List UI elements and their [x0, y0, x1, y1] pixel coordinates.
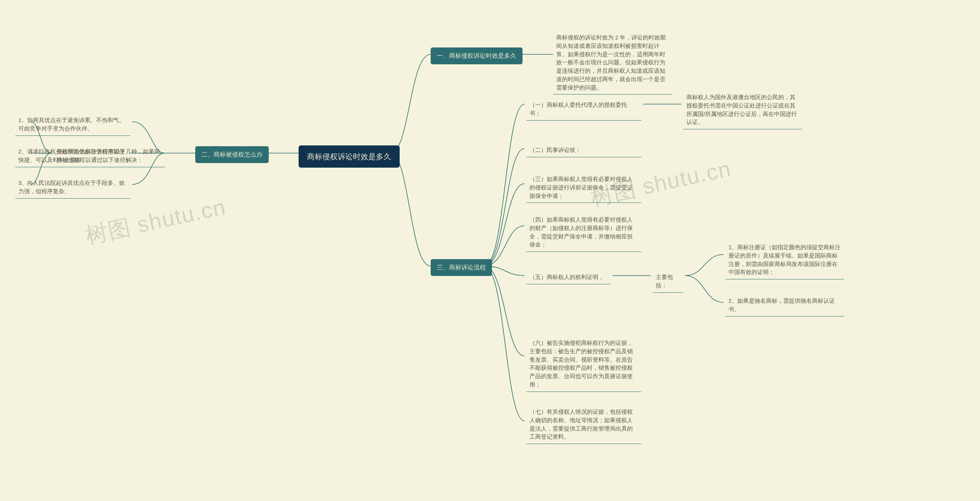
b3-item-5-leaf-1: 1、商标注册证（如指定颜色的须提交商标注册证的原件）及续展手续。如果是国际商标注…: [725, 241, 844, 279]
b3-item-3: （三）如果商标权人觉得有必要对侵权人的侵权证据进行诉前证据保全，需提交证据保全申…: [526, 173, 641, 203]
b3-item-7: （七）有关侵权人情况的证据，包括侵权人确切的名称、地址等情况；如果侵权人是法人，…: [526, 406, 641, 444]
b3-item-4: （四）如果商标权人觉得有必要对侵权人的财产（如侵权人的注册商标等）进行保全，需提…: [526, 214, 641, 252]
b3-item-1-leaf: 商标权人为国外及港澳台地区的公民的，其授权委托书需在中国公证处进行公证或在其所属…: [683, 91, 802, 129]
branch-1: 一、商标侵权诉讼时效是多久: [431, 47, 523, 64]
branch-2: 二、商标被侵权怎么办: [195, 146, 269, 163]
b3-item-2: （二）民事诉讼状；: [526, 144, 641, 157]
b3-item-5-leaf-2: 2、如果是驰名商标，需提供驰名商标认证书。: [725, 295, 844, 317]
branch-2-leaf-2b: 2、请求行政机关处理其优点在于程序简便快捷、可以及时制止侵权。: [15, 145, 130, 167]
b3-item-5: （五）商标权人的权利证明，: [526, 271, 611, 284]
watermark: 树图 shutu.cn: [83, 192, 229, 251]
branch-2-leaf-3b: 3、向人民法院起诉其优点在于手段多、效力强，但程序复杂。: [15, 177, 130, 199]
branch-3: 三、商标诉讼流程: [431, 259, 492, 276]
b3-item-6: （六）被告实施侵犯商标权行为的证据，主要包括：被告生产的被控侵权产品及销售发票、…: [526, 337, 641, 392]
branch-1-leaf: 商标侵权的诉讼时效为 2 年，诉讼的时效期间从知道或者应该知道权利被损害时起计算…: [553, 31, 672, 95]
branch-2-leaf-1b: 1、协商其优点在于避免诉累、不伤和气、可由竞争对手变为合作伙伴。: [15, 114, 130, 136]
b3-item-1: （一）商标权人委托代理人的授权委托书；: [526, 99, 641, 121]
b3-item-5-mid: 主要包括：: [653, 271, 683, 293]
root-node: 商标侵权诉讼时效是多久: [299, 145, 400, 168]
